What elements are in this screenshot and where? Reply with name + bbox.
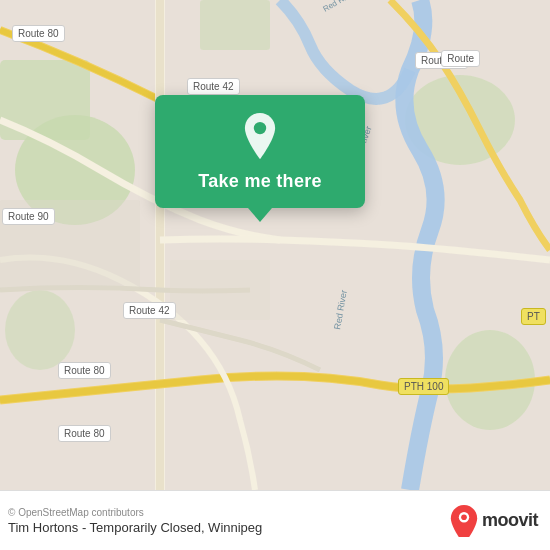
route-badge-pth-100: PTH 100 [398, 378, 449, 395]
svg-point-16 [461, 514, 467, 520]
route-badge-90: Route 90 [2, 208, 55, 225]
route-badge-80-bot: Route 80 [58, 425, 111, 442]
bottom-left-info: © OpenStreetMap contributors Tim Hortons… [8, 507, 262, 535]
route-badge-pt: PT [521, 308, 546, 325]
location-pin-icon [236, 113, 284, 161]
route-badge-80-mid: Route 80 [58, 362, 111, 379]
take-me-there-button[interactable]: Take me there [198, 171, 322, 192]
moovit-logo[interactable]: moovit [450, 505, 538, 537]
map-svg: Red River Red River Red River [0, 0, 550, 490]
route-badge-42-top: Route 42 [187, 78, 240, 95]
bottom-bar: © OpenStreetMap contributors Tim Hortons… [0, 490, 550, 550]
route-badge-top-right: Route [441, 50, 480, 67]
svg-rect-8 [156, 0, 164, 490]
popup-card[interactable]: Take me there [155, 95, 365, 208]
route-badge-80-top: Route 80 [12, 25, 65, 42]
map-container: Red River Red River Red River Route 80 R… [0, 0, 550, 490]
svg-rect-6 [200, 0, 270, 50]
svg-point-14 [254, 122, 266, 134]
svg-point-5 [5, 290, 75, 370]
attribution-text: © OpenStreetMap contributors [8, 507, 262, 518]
moovit-brand-text: moovit [482, 510, 538, 531]
place-name-text: Tim Hortons - Temporarily Closed, Winnip… [8, 520, 262, 535]
moovit-pin-icon [450, 505, 478, 537]
svg-rect-10 [170, 260, 270, 320]
route-badge-42-mid: Route 42 [123, 302, 176, 319]
